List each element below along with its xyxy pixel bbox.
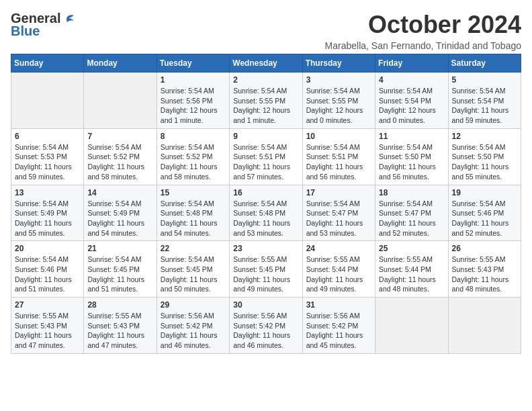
calendar-cell: 12Sunrise: 5:54 AM Sunset: 5:50 PM Dayli…	[448, 128, 521, 185]
day-number: 14	[87, 188, 152, 197]
col-header-friday: Friday	[375, 54, 448, 73]
day-number: 2	[233, 75, 298, 85]
day-number: 19	[452, 188, 517, 197]
calendar-cell: 21Sunrise: 5:54 AM Sunset: 5:45 PM Dayli…	[84, 241, 157, 298]
col-header-tuesday: Tuesday	[157, 54, 229, 73]
day-number: 9	[233, 132, 298, 141]
col-header-saturday: Saturday	[448, 54, 521, 73]
day-number: 3	[306, 75, 371, 85]
calendar-cell: 2Sunrise: 5:54 AM Sunset: 5:55 PM Daylig…	[230, 73, 302, 129]
day-number: 6	[15, 132, 80, 141]
calendar-cell: 22Sunrise: 5:54 AM Sunset: 5:45 PM Dayli…	[157, 241, 229, 298]
calendar-cell: 16Sunrise: 5:54 AM Sunset: 5:48 PM Dayli…	[230, 185, 302, 241]
day-info: Sunrise: 5:54 AM Sunset: 5:48 PM Dayligh…	[233, 199, 298, 238]
day-info: Sunrise: 5:54 AM Sunset: 5:53 PM Dayligh…	[15, 142, 80, 182]
calendar-cell: 13Sunrise: 5:54 AM Sunset: 5:49 PM Dayli…	[11, 185, 84, 241]
day-number: 26	[452, 244, 517, 253]
logo: General Blue	[11, 11, 77, 39]
calendar-cell: 9Sunrise: 5:54 AM Sunset: 5:51 PM Daylig…	[230, 128, 302, 185]
day-number: 28	[87, 300, 152, 310]
day-info: Sunrise: 5:55 AM Sunset: 5:43 PM Dayligh…	[87, 311, 152, 351]
day-number: 23	[233, 244, 298, 253]
calendar-cell	[84, 73, 157, 129]
day-number: 13	[15, 188, 80, 197]
day-number: 27	[15, 300, 80, 310]
day-number: 16	[233, 188, 298, 197]
calendar-cell: 30Sunrise: 5:56 AM Sunset: 5:42 PM Dayli…	[230, 298, 302, 354]
day-number: 24	[306, 244, 371, 253]
day-number: 10	[306, 132, 371, 141]
day-info: Sunrise: 5:54 AM Sunset: 5:50 PM Dayligh…	[452, 142, 517, 182]
day-info: Sunrise: 5:54 AM Sunset: 5:48 PM Dayligh…	[161, 199, 226, 238]
col-header-sunday: Sunday	[11, 54, 84, 73]
day-info: Sunrise: 5:56 AM Sunset: 5:42 PM Dayligh…	[306, 311, 371, 351]
calendar-cell: 26Sunrise: 5:55 AM Sunset: 5:43 PM Dayli…	[448, 241, 521, 298]
day-number: 18	[379, 188, 444, 197]
calendar-cell	[448, 298, 521, 354]
day-info: Sunrise: 5:55 AM Sunset: 5:43 PM Dayligh…	[15, 311, 80, 351]
day-number: 8	[161, 132, 226, 141]
calendar-table: SundayMondayTuesdayWednesdayThursdayFrid…	[11, 54, 521, 354]
day-info: Sunrise: 5:54 AM Sunset: 5:45 PM Dayligh…	[161, 255, 226, 294]
day-info: Sunrise: 5:54 AM Sunset: 5:55 PM Dayligh…	[306, 86, 371, 126]
col-header-thursday: Thursday	[302, 54, 375, 73]
day-number: 7	[87, 132, 152, 141]
logo-blue: Blue	[11, 24, 40, 39]
calendar-cell: 17Sunrise: 5:54 AM Sunset: 5:47 PM Dayli…	[302, 185, 375, 241]
day-number: 31	[306, 300, 371, 310]
day-number: 1	[161, 75, 226, 85]
day-number: 15	[161, 188, 226, 197]
calendar-cell: 1Sunrise: 5:54 AM Sunset: 5:56 PM Daylig…	[157, 73, 229, 129]
logo-bird-icon	[62, 13, 77, 25]
day-number: 5	[452, 75, 517, 85]
day-info: Sunrise: 5:55 AM Sunset: 5:45 PM Dayligh…	[233, 255, 298, 294]
week-row-3: 13Sunrise: 5:54 AM Sunset: 5:49 PM Dayli…	[11, 185, 521, 241]
day-info: Sunrise: 5:54 AM Sunset: 5:47 PM Dayligh…	[379, 199, 444, 238]
day-number: 12	[452, 132, 517, 141]
col-header-wednesday: Wednesday	[230, 54, 302, 73]
day-number: 29	[161, 300, 226, 310]
day-info: Sunrise: 5:54 AM Sunset: 5:52 PM Dayligh…	[161, 142, 226, 182]
calendar-cell: 10Sunrise: 5:54 AM Sunset: 5:51 PM Dayli…	[302, 128, 375, 185]
calendar-cell: 5Sunrise: 5:54 AM Sunset: 5:54 PM Daylig…	[448, 73, 521, 129]
calendar-cell	[11, 73, 84, 129]
calendar-cell: 20Sunrise: 5:54 AM Sunset: 5:46 PM Dayli…	[11, 241, 84, 298]
title-block: October 2024 Marabella, San Fernando, Tr…	[325, 11, 521, 51]
calendar-cell	[375, 298, 448, 354]
calendar-cell: 4Sunrise: 5:54 AM Sunset: 5:54 PM Daylig…	[375, 73, 448, 129]
week-row-5: 27Sunrise: 5:55 AM Sunset: 5:43 PM Dayli…	[11, 298, 521, 354]
day-number: 30	[233, 300, 298, 310]
day-number: 17	[306, 188, 371, 197]
day-info: Sunrise: 5:54 AM Sunset: 5:55 PM Dayligh…	[233, 86, 298, 126]
calendar-cell: 19Sunrise: 5:54 AM Sunset: 5:46 PM Dayli…	[448, 185, 521, 241]
day-info: Sunrise: 5:54 AM Sunset: 5:47 PM Dayligh…	[306, 199, 371, 238]
calendar-cell: 25Sunrise: 5:55 AM Sunset: 5:44 PM Dayli…	[375, 241, 448, 298]
calendar-cell: 23Sunrise: 5:55 AM Sunset: 5:45 PM Dayli…	[230, 241, 302, 298]
calendar-cell: 15Sunrise: 5:54 AM Sunset: 5:48 PM Dayli…	[157, 185, 229, 241]
day-info: Sunrise: 5:55 AM Sunset: 5:44 PM Dayligh…	[379, 255, 444, 294]
day-number: 21	[87, 244, 152, 253]
day-info: Sunrise: 5:54 AM Sunset: 5:46 PM Dayligh…	[15, 255, 80, 294]
day-info: Sunrise: 5:54 AM Sunset: 5:51 PM Dayligh…	[306, 142, 371, 182]
day-info: Sunrise: 5:54 AM Sunset: 5:50 PM Dayligh…	[379, 142, 444, 182]
day-number: 4	[379, 75, 444, 85]
day-number: 25	[379, 244, 444, 253]
day-info: Sunrise: 5:54 AM Sunset: 5:52 PM Dayligh…	[87, 142, 152, 182]
day-info: Sunrise: 5:56 AM Sunset: 5:42 PM Dayligh…	[233, 311, 298, 351]
week-row-4: 20Sunrise: 5:54 AM Sunset: 5:46 PM Dayli…	[11, 241, 521, 298]
day-info: Sunrise: 5:54 AM Sunset: 5:45 PM Dayligh…	[87, 255, 152, 294]
day-info: Sunrise: 5:54 AM Sunset: 5:46 PM Dayligh…	[452, 199, 517, 238]
week-row-2: 6Sunrise: 5:54 AM Sunset: 5:53 PM Daylig…	[11, 128, 521, 185]
day-info: Sunrise: 5:54 AM Sunset: 5:54 PM Dayligh…	[379, 86, 444, 126]
calendar-cell: 24Sunrise: 5:55 AM Sunset: 5:44 PM Dayli…	[302, 241, 375, 298]
calendar-cell: 31Sunrise: 5:56 AM Sunset: 5:42 PM Dayli…	[302, 298, 375, 354]
calendar-cell: 18Sunrise: 5:54 AM Sunset: 5:47 PM Dayli…	[375, 185, 448, 241]
calendar-cell: 14Sunrise: 5:54 AM Sunset: 5:49 PM Dayli…	[84, 185, 157, 241]
calendar-cell: 8Sunrise: 5:54 AM Sunset: 5:52 PM Daylig…	[157, 128, 229, 185]
day-info: Sunrise: 5:54 AM Sunset: 5:51 PM Dayligh…	[233, 142, 298, 182]
day-number: 11	[379, 132, 444, 141]
location-title: Marabella, San Fernando, Trinidad and To…	[325, 40, 521, 51]
day-info: Sunrise: 5:55 AM Sunset: 5:44 PM Dayligh…	[306, 255, 371, 294]
day-info: Sunrise: 5:54 AM Sunset: 5:49 PM Dayligh…	[15, 199, 80, 238]
calendar-cell: 11Sunrise: 5:54 AM Sunset: 5:50 PM Dayli…	[375, 128, 448, 185]
